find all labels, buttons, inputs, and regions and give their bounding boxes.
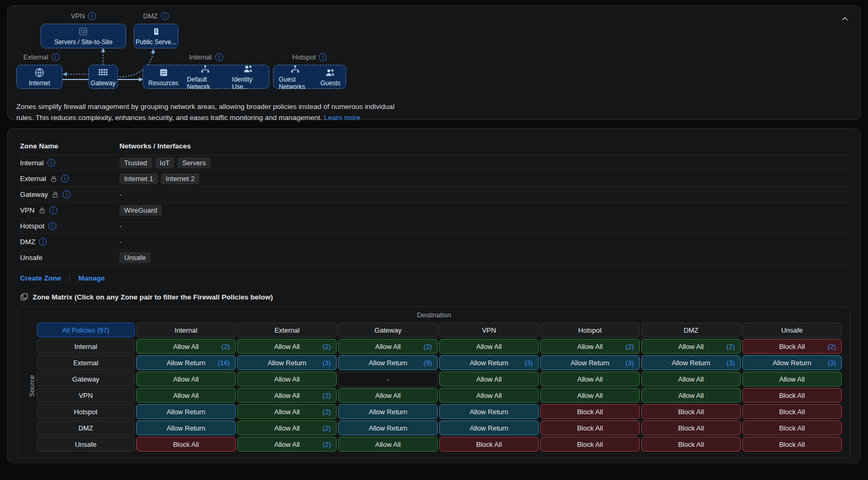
matrix-cell[interactable]: Allow All [338,388,438,403]
info-icon[interactable]: i [61,175,69,183]
policy-label: Allow All [678,392,703,399]
policy-count: (2) [625,343,634,351]
matrix-cell[interactable]: Allow All(2) [237,421,337,435]
matrix-cell[interactable]: Allow Return(3) [540,355,640,370]
info-icon[interactable]: i [63,191,70,198]
matrix-cell[interactable]: Allow All(2) [136,339,236,354]
matrix-col-header[interactable]: Internal [136,323,236,337]
matrix-cell[interactable]: Block All [641,404,741,419]
matrix-cell[interactable]: Allow Return(9) [338,355,438,370]
manage-button[interactable]: Manage [78,274,105,282]
matrix-cell[interactable]: Block All(2) [742,339,842,354]
matrix-cell[interactable]: Allow All(2) [641,339,741,354]
matrix-cell[interactable]: Allow All [540,372,640,386]
matrix-cell[interactable]: Allow All(2) [237,437,337,452]
empty-value: - [119,238,122,246]
matrix-row-header[interactable]: Gateway [37,372,135,386]
matrix-cell[interactable]: - [338,372,438,386]
all-policies-cell[interactable]: All Policies (97) [37,323,135,337]
matrix-cell[interactable]: Allow Return [439,421,539,435]
table-row[interactable]: UnsafeUnsafe [20,250,848,266]
network-tag: WireGuard [119,205,162,216]
matrix-cell[interactable]: Allow Return [439,404,539,419]
matrix-cell[interactable]: Block All [439,437,539,452]
matrix-cell[interactable]: Allow All(2) [540,339,640,354]
matrix-cell[interactable]: Allow All(2) [237,404,337,419]
info-icon[interactable]: i [161,12,169,20]
matrix-cell[interactable]: Allow All [641,372,741,386]
source-axis-label: Source [26,321,37,452]
matrix-cell[interactable]: Allow All [641,388,741,403]
matrix-cell[interactable]: Allow Return [338,404,438,419]
matrix-cell[interactable]: Allow All(2) [338,339,438,354]
matrix-cell[interactable]: Allow All [540,388,640,403]
matrix-cell[interactable]: Block All [540,437,640,452]
create-zone-button[interactable]: Create Zone [20,274,61,282]
matrix-col-header[interactable]: Unsafe [742,323,842,337]
matrix-cell[interactable]: Allow Return(3) [641,355,741,370]
policy-count: (2) [322,392,331,399]
matrix-cell[interactable]: Block All [540,421,640,435]
matrix-cell[interactable]: Allow All [136,372,236,386]
info-icon[interactable]: i [49,206,57,214]
info-icon[interactable]: i [48,222,56,230]
policy-count: (16) [218,359,230,367]
matrix-cell[interactable]: Block All [742,404,842,419]
matrix-row-header[interactable]: DMZ [37,421,135,435]
table-row[interactable]: DMZi- [20,234,848,250]
matrix-cell[interactable]: Allow Return(16) [136,355,236,370]
matrix-cell[interactable]: Allow All [136,388,236,403]
info-icon[interactable]: i [52,53,59,61]
matrix-row-header[interactable]: VPN [37,388,135,403]
matrix-cell[interactable]: Allow All [237,372,337,386]
table-row[interactable]: ExternaliInternet 1Internet 2 [20,171,848,187]
matrix-cell[interactable]: Block All [742,421,842,435]
matrix-cell[interactable]: Allow All(2) [237,339,337,354]
matrix-icon [20,293,28,301]
matrix-col-header[interactable]: External [237,323,337,337]
network-tree-icon [290,64,300,74]
matrix-col-header[interactable]: Hotspot [540,323,640,337]
matrix-cell[interactable]: Allow All [742,372,842,386]
zone-table: Zone Name Networks / Interfaces Internal… [20,137,848,266]
matrix-cell[interactable]: Block All [742,388,842,403]
matrix-cell[interactable]: Block All [540,404,640,419]
matrix-cell[interactable]: Block All [641,421,741,435]
info-icon[interactable]: i [39,238,47,246]
matrix-cell[interactable]: Allow Return(3) [439,355,539,370]
info-icon[interactable]: i [319,53,327,61]
matrix-col-header[interactable]: VPN [439,323,539,337]
node-label: Servers / Site-to-Site [54,38,113,46]
empty-value: - [119,222,122,230]
matrix-cell[interactable]: Allow Return [338,421,438,435]
matrix-col-header[interactable]: DMZ [641,323,741,337]
table-row[interactable]: Gatewayi- [20,187,848,203]
matrix-row-header[interactable]: Internal [37,339,135,354]
matrix-cell[interactable]: Allow All [338,437,438,452]
table-row[interactable]: VPNiWireGuard [20,203,848,218]
info-icon[interactable]: i [88,12,96,20]
matrix-row-header[interactable]: External [37,355,135,370]
learn-more-link[interactable]: Learn more [324,114,360,122]
info-icon[interactable]: i [215,53,223,61]
table-row[interactable]: InternaliTrustedIoTServers [20,155,848,171]
zone-label-text: Internal [189,53,211,61]
matrix-cell[interactable]: Allow Return [136,404,236,419]
matrix-cell[interactable]: Block All [742,437,842,452]
matrix-cell[interactable]: Allow Return [136,421,236,435]
matrix-cell[interactable]: Allow All(2) [237,388,337,403]
matrix-cell[interactable]: Allow All [439,388,539,403]
matrix-cell[interactable]: Block All [641,437,741,452]
matrix-col-header[interactable]: Gateway [338,323,438,337]
zone-label-text: External [23,53,48,61]
info-icon[interactable]: i [47,159,55,167]
matrix-row-header[interactable]: Unsafe [37,437,135,452]
matrix-cell[interactable]: Allow Return(3) [742,355,842,370]
table-row[interactable]: Hotspoti- [20,218,848,234]
matrix-cell[interactable]: Allow All [439,339,539,354]
matrix-cell[interactable]: Allow Return(3) [237,355,337,370]
matrix-row-header[interactable]: Hotspot [37,404,135,419]
zone-name: Internal [20,159,44,167]
matrix-cell[interactable]: Block All [136,437,236,452]
matrix-cell[interactable]: Allow All [439,372,539,386]
